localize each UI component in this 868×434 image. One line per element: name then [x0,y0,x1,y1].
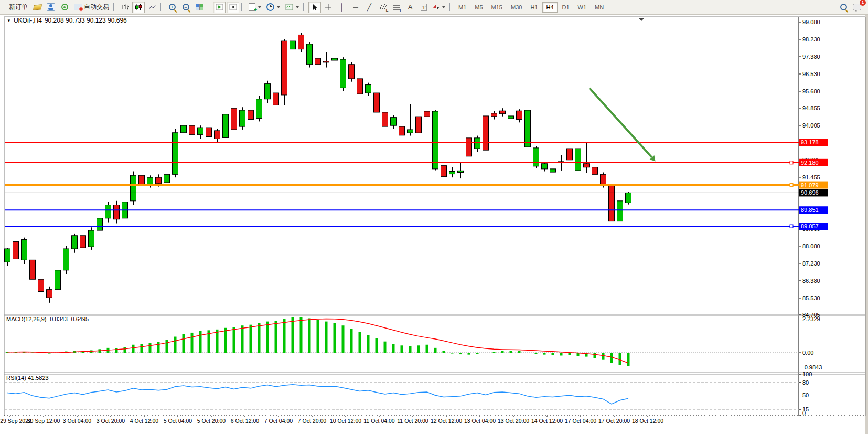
timeframe-w1-button[interactable]: W1 [574,2,591,13]
toolbar-grip[interactable] [208,3,210,12]
macd-bar [141,344,143,353]
candle-down [206,128,212,136]
chart-canvas[interactable]: 99.08098.23097.38096.53095.68094.85594.0… [0,0,868,434]
candle-down [441,166,447,177]
new-order-button[interactable]: 新订单 [7,2,30,13]
horizontal-line-tool-button[interactable]: ─ [349,2,362,13]
bar-chart-button[interactable] [119,2,131,13]
timeframe-m5-button[interactable]: M5 [471,2,486,13]
timeframe-d1-button[interactable]: D1 [559,2,573,13]
svg-text:97.380: 97.380 [802,54,820,60]
cursor-tool-button[interactable] [308,2,321,13]
timeframe-m1-button[interactable]: M1 [455,2,470,13]
macd-bar [241,325,244,353]
periods-button[interactable] [264,2,282,13]
svg-text:89.851: 89.851 [801,207,819,213]
macd-bar [384,342,387,353]
chart-symbol-period: UKOil-,H4 [14,17,42,24]
svg-text:17 Oct 04:00: 17 Oct 04:00 [565,418,596,424]
svg-text:98.230: 98.230 [802,36,820,43]
indicators-button[interactable]: + [247,2,263,13]
macd-bar [149,343,152,353]
svg-text:11 Oct 20:00: 11 Oct 20:00 [397,418,428,424]
line-handle[interactable] [790,225,793,228]
macd-bar [518,351,521,353]
toolbar-grip[interactable] [113,3,116,12]
timeframe-h1-button[interactable]: H1 [527,2,541,13]
macd-bar [451,353,454,354]
autotrading-label: 自动交易 [84,3,109,12]
svg-text:50: 50 [802,392,809,398]
candle-up [72,236,78,249]
toolbar-grip[interactable] [2,3,4,12]
text-tool-button[interactable]: A [404,2,416,13]
macd-bar [627,353,630,366]
timeframe-mn-button[interactable]: MN [591,2,607,13]
candlestick-chart-button[interactable] [132,2,145,13]
candle-down [156,177,162,184]
toolbar-grip[interactable] [241,3,244,12]
toolbar-grip[interactable] [160,3,163,12]
zoom-out-button[interactable]: − [179,2,192,13]
templates-button[interactable] [283,2,301,13]
macd-bar [510,351,512,353]
macd-bar [275,321,277,353]
macd-bar [476,353,479,354]
chart-shift-button[interactable] [227,2,239,13]
trendline-tool-button[interactable]: ╱ [363,2,376,13]
crosshair-tool-button[interactable] [322,2,335,13]
svg-text:96.530: 96.530 [802,71,820,77]
fibonacci-tool-button[interactable]: F [390,2,403,13]
toolbar-grip[interactable] [303,3,306,12]
svg-text:90.696: 90.696 [801,189,819,196]
tile-windows-button[interactable] [193,2,206,13]
candle-down [315,58,321,65]
cursor-icon [312,4,318,11]
crosshair-icon [325,4,332,11]
candle-down [424,111,430,117]
macd-bar [342,325,345,353]
timeframe-m15-button[interactable]: M15 [488,2,506,13]
text-label-tool-button[interactable]: T [417,2,430,13]
candle-up [147,177,153,185]
timeframe-m30-button[interactable]: M30 [507,2,526,13]
timeframe-h4-button[interactable]: H4 [542,2,557,13]
svg-text:7 Oct 04:00: 7 Oct 04:00 [264,418,293,424]
toolbar-grip[interactable] [449,3,452,12]
svg-text:10 Oct 12:00: 10 Oct 12:00 [330,418,361,424]
vertical-line-tool-button[interactable]: │ [336,2,348,13]
candle-up [525,110,531,147]
notifications-button[interactable]: 1 [851,2,863,13]
community-button[interactable] [45,2,57,13]
autotrading-button[interactable]: 自动交易 [72,2,111,13]
macd-bar [292,317,294,353]
macd-bar [552,353,554,355]
macd-bar [115,348,118,353]
channel-icon: E [380,4,387,10]
macd-bar [376,338,378,353]
candle-up [173,133,178,175]
gold-button[interactable] [31,2,44,13]
zoom-in-button[interactable]: + [166,2,178,13]
line-handle[interactable] [790,161,793,164]
line-chart-button[interactable] [146,2,158,13]
arrows-icon [433,4,440,10]
arrows-tool-button[interactable] [431,2,447,13]
chart-ohlc-quote: 90.208 90.733 90.123 90.696 [45,17,127,24]
signals-button[interactable] [58,2,71,13]
trendline-icon: ╱ [367,4,371,10]
candle-up [508,116,514,119]
auto-scroll-button[interactable] [213,2,226,13]
candle-down [215,131,220,139]
candle-down [30,260,36,279]
macd-bar [443,351,445,353]
svg-text:95.680: 95.680 [802,88,820,94]
line-handle[interactable] [790,184,793,187]
svg-text:93.178: 93.178 [801,139,819,145]
candle-up [542,164,548,169]
search-button[interactable] [837,2,850,13]
collapse-caret-icon[interactable]: ▼ [7,18,11,23]
channel-tool-button[interactable]: E [377,2,389,13]
svg-text:30 Sep 12:00: 30 Sep 12:00 [27,418,60,424]
macd-bar [535,353,538,354]
